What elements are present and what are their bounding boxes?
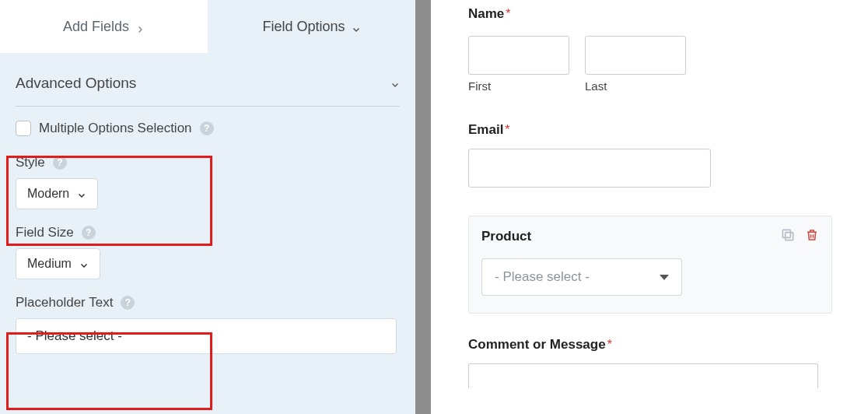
name-label: Name	[468, 6, 504, 21]
email-field: Email*	[468, 122, 838, 188]
field-size-group: Field Size ? Medium	[16, 214, 400, 284]
product-select[interactable]: - Please select -	[481, 258, 682, 296]
required-indicator: *	[506, 7, 510, 20]
sidebar: Add Fields Field Options Advanced Option…	[0, 0, 415, 414]
style-select[interactable]: Modern	[16, 178, 98, 209]
required-indicator: *	[505, 123, 509, 136]
field-actions	[780, 227, 819, 246]
select-value: Medium	[27, 257, 72, 271]
help-icon[interactable]: ?	[121, 296, 135, 310]
email-input[interactable]	[468, 149, 711, 188]
field-size-select[interactable]: Medium	[16, 248, 100, 279]
placeholder-text-input[interactable]	[16, 318, 397, 354]
section-header[interactable]: Advanced Options	[16, 53, 400, 106]
placeholder-text-group: Placeholder Text ?	[16, 284, 400, 359]
name-field: Name* First Last	[468, 6, 838, 93]
first-name-input[interactable]	[468, 36, 569, 75]
required-indicator: *	[607, 338, 612, 351]
product-label: Product	[481, 229, 531, 244]
multiple-selection-checkbox[interactable]	[16, 121, 31, 136]
email-label: Email	[468, 122, 503, 137]
placeholder-text-label: Placeholder Text	[16, 295, 113, 310]
style-group: Style ? Modern	[16, 144, 400, 214]
chevron-down-icon	[79, 259, 89, 268]
comment-textarea[interactable]	[468, 363, 818, 388]
comment-field: Comment or Message*	[468, 337, 838, 388]
comment-label: Comment or Message	[468, 337, 606, 352]
help-icon[interactable]: ?	[200, 121, 214, 135]
last-sublabel: Last	[585, 79, 686, 93]
panel-separator	[415, 0, 431, 414]
duplicate-icon[interactable]	[780, 227, 796, 246]
panel-tabs: Add Fields Field Options	[0, 0, 415, 53]
product-field-card[interactable]: Product - Please select -	[468, 216, 832, 314]
first-sublabel: First	[468, 79, 569, 93]
multiple-selection-row: Multiple Options Selection ?	[16, 107, 400, 144]
select-value: Modern	[27, 187, 69, 201]
help-icon[interactable]: ?	[53, 156, 67, 170]
svg-rect-1	[782, 230, 790, 237]
tab-field-options[interactable]: Field Options	[208, 0, 415, 53]
field-size-label: Field Size	[16, 225, 74, 240]
help-icon[interactable]: ?	[82, 226, 96, 240]
chevron-right-icon	[135, 22, 145, 31]
caret-down-icon	[660, 275, 669, 280]
last-name-input[interactable]	[585, 36, 686, 75]
chevron-down-icon	[352, 22, 361, 31]
section-title: Advanced Options	[16, 75, 136, 92]
form-preview: Name* First Last Email* Product	[431, 0, 868, 414]
advanced-options-section: Advanced Options Multiple Options Select…	[0, 53, 415, 359]
tab-label: Add Fields	[63, 19, 129, 35]
svg-rect-0	[786, 233, 793, 240]
chevron-down-icon	[77, 189, 86, 198]
multiple-selection-label: Multiple Options Selection	[39, 121, 192, 136]
tab-label: Field Options	[262, 19, 345, 35]
style-label: Style	[16, 155, 45, 170]
tab-add-fields[interactable]: Add Fields	[0, 0, 208, 53]
trash-icon[interactable]	[805, 227, 819, 246]
chevron-down-icon	[390, 79, 400, 88]
product-select-placeholder: - Please select -	[495, 269, 590, 285]
